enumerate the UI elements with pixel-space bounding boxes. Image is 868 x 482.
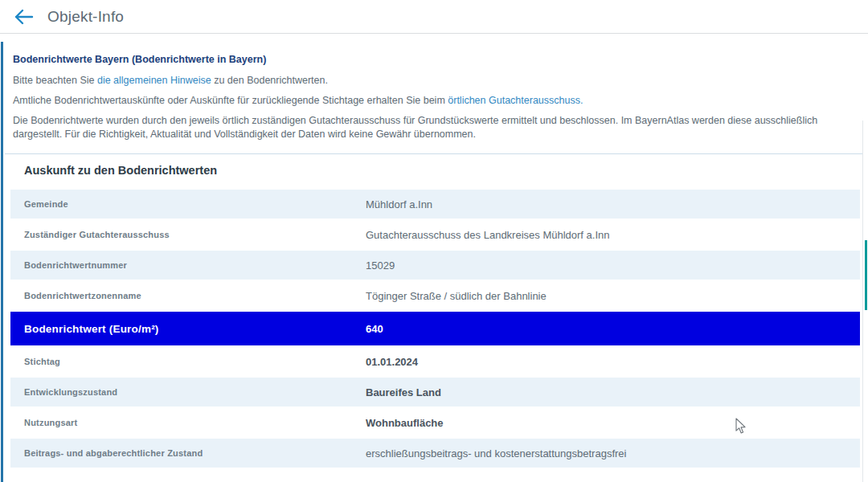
table-row: EntwicklungszustandBaureifes Land — [10, 378, 860, 406]
scrollbar-thumb[interactable] — [865, 240, 867, 310]
table-row: GemeindeMühldorf a.Inn — [10, 190, 860, 219]
info-text: Bitte beachten Sie — [13, 75, 97, 86]
row-value: erschließungsbeitrags- und kostenerstatt… — [358, 447, 860, 460]
row-label: Bodenrichtwert (Euro/m²) — [10, 323, 358, 335]
row-value: 15029 — [358, 259, 860, 272]
row-label: Bodenrichtwertnummer — [10, 260, 358, 270]
scrollbar-track[interactable] — [862, 120, 863, 482]
row-value: Gutachterausschuss des Landkreises Mühld… — [358, 229, 860, 241]
row-label: Bodenrichtwertzonenname — [10, 291, 358, 300]
row-label: Beitrags- und abgaberechtlicher Zustand — [10, 448, 358, 458]
info-paragraph-3: Die Bodenrichtwerte wurden durch den jew… — [13, 114, 860, 141]
table-row: Beitrags- und abgaberechtlicher Zustande… — [10, 439, 860, 468]
row-label: Zuständiger Gutachterausschuss — [10, 230, 358, 239]
info-paragraph-1: Bitte beachten Sie die allgemeinen Hinwe… — [13, 74, 860, 88]
info-section: Bodenrichtwerte Bayern (Bodenrichtwerte … — [13, 53, 860, 148]
general-hints-link[interactable]: die allgemeinen Hinweise — [97, 75, 211, 86]
divider — [5, 153, 862, 154]
row-label: Nutzungsart — [10, 418, 358, 427]
row-value: Mühldorf a.Inn — [358, 198, 860, 210]
section-heading: Auskunft zu den Bodenrichtwerten — [24, 164, 217, 177]
info-paragraph-2: Amtliche Bodenrichtwertauskünfte oder Au… — [13, 94, 860, 108]
local-committee-link[interactable]: örtlichen Gutachterausschuss. — [448, 95, 583, 106]
row-value: 640 — [358, 323, 860, 335]
row-label: Gemeinde — [10, 199, 358, 209]
table-row: BodenrichtwertzonennameTöginger Straße /… — [10, 281, 860, 310]
page-title: Objekt-Info — [47, 8, 124, 26]
info-text: zu den Bodenrichtwerten. — [211, 75, 328, 86]
row-value: Töginger Straße / südlich der Bahnlinie — [358, 290, 860, 302]
info-text: Amtliche Bodenrichtwertauskünfte oder Au… — [13, 95, 448, 106]
table-row: Stichtag01.01.2024 — [10, 347, 860, 376]
accent-line — [1, 42, 3, 482]
topbar: Objekt-Info — [0, 0, 868, 34]
info-table: GemeindeMühldorf a.InnZuständiger Gutach… — [10, 190, 860, 469]
table-row: Zuständiger GutachterausschussGutachtera… — [10, 220, 860, 249]
row-value: 01.01.2024 — [358, 356, 860, 368]
arrow-left-icon — [14, 9, 34, 25]
row-label: Stichtag — [10, 357, 358, 366]
back-button[interactable] — [14, 9, 34, 25]
table-row: Bodenrichtwert (Euro/m²)640 — [10, 312, 860, 345]
table-row: Bodenrichtwertnummer15029 — [10, 251, 860, 280]
row-value: Baureifes Land — [358, 386, 860, 398]
row-label: Entwicklungszustand — [10, 387, 358, 397]
info-heading: Bodenrichtwerte Bayern (Bodenrichtwerte … — [13, 53, 860, 67]
row-value: Wohnbaufläche — [358, 417, 860, 429]
table-row: NutzungsartWohnbaufläche — [10, 408, 860, 437]
